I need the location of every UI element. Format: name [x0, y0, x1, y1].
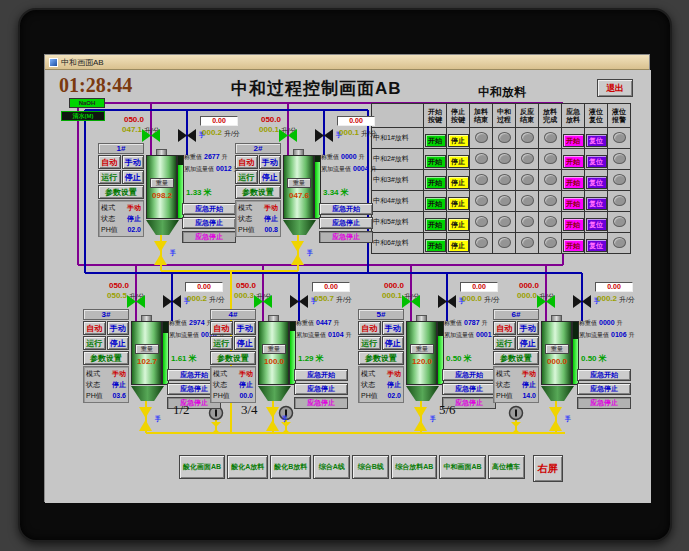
manual-button[interactable]: 手动	[107, 321, 130, 335]
accum-readout: 累加流量值0104升	[296, 331, 352, 340]
discharge-valve-icon[interactable]	[414, 407, 427, 431]
params-button[interactable]: 参数设置	[98, 185, 144, 199]
accum-value: 0012	[216, 165, 232, 172]
stop-button[interactable]: 停止	[259, 170, 282, 184]
stop-button[interactable]: 停止	[382, 336, 405, 350]
params-button[interactable]: 参数设置	[493, 351, 539, 365]
discharge-valve-icon[interactable]	[266, 407, 279, 431]
emergency-start-button[interactable]: 应急开始	[577, 369, 631, 381]
pump-pair-label: 1/2	[173, 402, 190, 418]
ph-label: PH值	[101, 224, 118, 235]
auto-button[interactable]: 自动	[83, 321, 106, 335]
inlet-valve-green-icon[interactable]	[402, 295, 420, 308]
nav-button[interactable]: 综合A线	[313, 455, 350, 479]
tank-weight-button[interactable]: 重量	[262, 344, 286, 354]
accum-readout: 累加流量值0001升	[444, 331, 500, 340]
manual-button[interactable]: 手动	[382, 321, 405, 335]
inlet-valve-green-icon[interactable]	[254, 295, 272, 308]
emergency-start-button[interactable]: 应急开始	[182, 203, 236, 215]
emergency-stop2-button[interactable]: 应急停止	[577, 397, 631, 409]
flow-box-actual: 050.7 升/分	[304, 294, 352, 305]
ph-label: PH值	[361, 390, 378, 401]
flow-box-actual-value: 000.0	[462, 294, 482, 305]
flow-actual-value: 000.0	[517, 291, 537, 302]
nav-button[interactable]: 右屏	[533, 455, 563, 482]
tank-weight-button[interactable]: 重量	[287, 178, 311, 188]
stop-button[interactable]: 停止	[107, 336, 130, 350]
params-button[interactable]: 参数设置	[358, 351, 404, 365]
discharge-valve-icon[interactable]	[291, 241, 304, 265]
status-box: 模式手动 状态停止 PH值00.0	[210, 366, 256, 403]
level-number: 1.29	[298, 354, 314, 363]
tank-weight-button[interactable]: 重量	[545, 344, 569, 354]
emergency-stop-button[interactable]: 应急停止	[182, 217, 236, 229]
emergency-stop2-button[interactable]: 应急停止	[294, 397, 348, 409]
inlet-valve-green-icon[interactable]	[279, 129, 297, 142]
emergency-stop-button[interactable]: 应急停止	[577, 383, 631, 395]
stop-button[interactable]: 停止	[234, 336, 257, 350]
nav-button[interactable]: 酸化画面AB	[179, 455, 225, 479]
bottom-nav: 酸化画面AB 酸化A放料 酸化B放料 综合A线 综合B线 综合放料AB 中和画面…	[179, 455, 563, 482]
manual-button[interactable]: 手动	[259, 155, 282, 169]
emergency-start-button[interactable]: 应急开始	[294, 369, 348, 381]
nav-button[interactable]: 酸化A放料	[227, 455, 268, 479]
panel-title: 1#	[98, 143, 144, 154]
tank-weight-value: 120.0	[407, 357, 437, 366]
window-titlebar[interactable]: 中和画面AB	[45, 55, 649, 70]
emergency-start-button[interactable]: 应急开始	[319, 203, 373, 215]
emergency-stop2-button[interactable]: 应急停止	[182, 231, 236, 243]
manual-button[interactable]: 手动	[234, 321, 257, 335]
nav-button[interactable]: 综合B线	[352, 455, 389, 479]
auto-button[interactable]: 自动	[358, 321, 381, 335]
emergency-stop-button[interactable]: 应急停止	[294, 383, 348, 395]
state-value: 停止	[239, 379, 253, 390]
tank-cone	[406, 386, 439, 401]
stop-button[interactable]: 停止	[517, 336, 540, 350]
run-button[interactable]: 运行	[83, 336, 106, 350]
status-box: 模式手动 状态停止 PH值14.0	[493, 366, 539, 403]
weigh-readout: 称重值0000升	[321, 153, 365, 162]
manual-button[interactable]: 手动	[122, 155, 145, 169]
emergency-stop-button[interactable]: 应急停止	[319, 217, 373, 229]
run-button[interactable]: 运行	[210, 336, 233, 350]
flow-setpoint: 050.0	[214, 281, 256, 290]
run-button[interactable]: 运行	[98, 170, 121, 184]
nav-button[interactable]: 中和画面AB	[439, 455, 485, 479]
level-value: 0.50 米	[581, 353, 607, 364]
run-button[interactable]: 运行	[358, 336, 381, 350]
manual-button[interactable]: 手动	[517, 321, 540, 335]
tank-weight-button[interactable]: 重量	[135, 344, 159, 354]
emergency-stop-button[interactable]: 应急停止	[442, 383, 496, 395]
params-button[interactable]: 参数设置	[235, 185, 281, 199]
stop-button[interactable]: 停止	[122, 170, 145, 184]
run-button[interactable]: 运行	[493, 336, 516, 350]
nav-button[interactable]: 高位槽车	[488, 455, 525, 479]
flow-box-actual: 000.1 升/分	[329, 128, 377, 139]
inlet-valve-green-icon[interactable]	[127, 295, 145, 308]
auto-button[interactable]: 自动	[235, 155, 258, 169]
weigh-unit: 升	[222, 154, 228, 160]
auto-button[interactable]: 自动	[98, 155, 121, 169]
inlet-valve-green-icon[interactable]	[537, 295, 555, 308]
accum-label: 累加流量值	[296, 332, 326, 338]
mode-value: 手动	[127, 202, 141, 213]
nav-button[interactable]: 综合放料AB	[391, 455, 437, 479]
discharge-valve-icon[interactable]	[549, 407, 562, 431]
run-button[interactable]: 运行	[235, 170, 258, 184]
emergency-start-button[interactable]: 应急开始	[442, 369, 496, 381]
discharge-valve-icon[interactable]	[139, 407, 152, 431]
params-button[interactable]: 参数设置	[210, 351, 256, 365]
inlet-valve-green-icon[interactable]	[142, 129, 160, 142]
auto-button[interactable]: 自动	[493, 321, 516, 335]
tank-weight-button[interactable]: 重量	[150, 178, 174, 188]
emergency-stop2-button[interactable]: 应急停止	[319, 231, 373, 243]
flow-box-actual: 000.2 升/分	[192, 128, 240, 139]
params-button[interactable]: 参数设置	[83, 351, 129, 365]
flow-setpoint-box: 0.00	[595, 282, 633, 292]
control-panel: 3# 自动 手动 运行 停止 参数设置 模式手动 状态停止 PH值03.6	[83, 309, 129, 403]
mode-label: 模式	[213, 368, 227, 379]
auto-button[interactable]: 自动	[210, 321, 233, 335]
nav-button[interactable]: 酸化B放料	[270, 455, 311, 479]
tank-weight-button[interactable]: 重量	[410, 344, 434, 354]
discharge-valve-icon[interactable]	[154, 241, 167, 265]
